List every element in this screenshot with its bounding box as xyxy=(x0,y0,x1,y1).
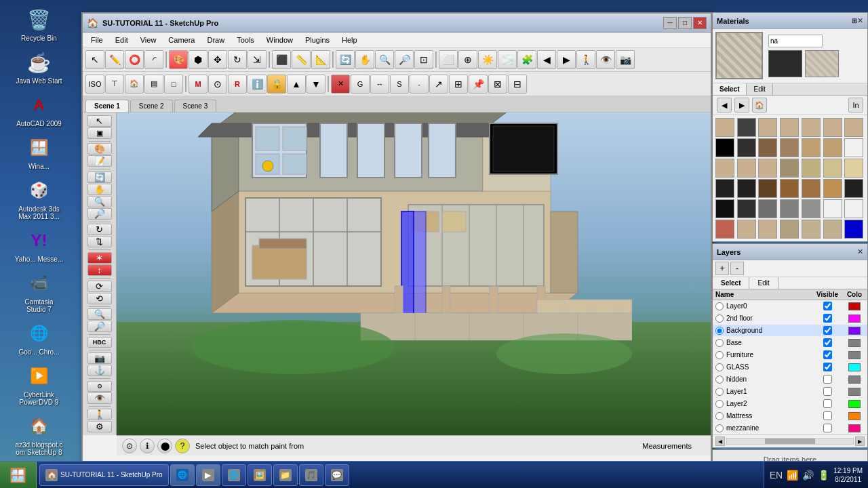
material-cell-2[interactable] xyxy=(758,118,777,137)
tool-walkthrough[interactable]: 🚶 xyxy=(576,50,595,69)
lt-flip[interactable]: ⇅ xyxy=(87,236,112,247)
tool-lock[interactable]: 🔒 xyxy=(267,75,286,94)
material-cell-5[interactable] xyxy=(823,118,842,137)
material-cell-41[interactable] xyxy=(844,220,863,239)
status-icon-1[interactable]: ⊙ xyxy=(122,439,137,453)
lt-settings[interactable]: ⚙ xyxy=(87,421,112,432)
layer-radio-3[interactable] xyxy=(715,339,724,347)
tool-paint[interactable]: 🎨 xyxy=(169,50,188,69)
material-cell-15[interactable] xyxy=(737,159,756,178)
tool-push[interactable]: ⬢ xyxy=(189,50,208,69)
desktop-icon-cyberlink[interactable]: ▶️ CyberLink PowerDVD 9 xyxy=(12,360,66,409)
material-cell-14[interactable] xyxy=(715,159,734,178)
tray-icon-power[interactable]: 🔋 xyxy=(818,470,829,481)
tool-pencil[interactable]: ✏️ xyxy=(105,50,124,69)
lt-zoom-all[interactable]: 🔎 xyxy=(87,321,112,332)
material-cell-32[interactable] xyxy=(802,199,821,218)
material-thumbnail[interactable] xyxy=(715,32,763,79)
tool-flip[interactable]: ↔ xyxy=(370,75,389,94)
material-color-swatch-tex[interactable] xyxy=(805,50,839,77)
desktop-icon-java[interactable]: ☕ Java Web Start xyxy=(12,46,66,87)
tool-mat[interactable]: M xyxy=(189,75,208,94)
menu-window[interactable]: Window xyxy=(261,35,298,45)
materials-panel-icon[interactable]: ⊞ xyxy=(852,17,857,24)
lt-select[interactable]: ↖ xyxy=(87,115,112,127)
taskbar-clock[interactable]: 12:19 PM 8/2/2011 xyxy=(833,466,863,484)
layer-radio-6[interactable] xyxy=(715,375,724,384)
tool-shadows[interactable]: ☀️ xyxy=(478,50,497,69)
layer-color-box-6[interactable] xyxy=(848,375,861,384)
layer-row-mezzanine[interactable]: mezzanine xyxy=(713,422,867,434)
menu-tools[interactable]: Tools xyxy=(231,35,260,45)
mat-nav-detail[interactable]: In xyxy=(848,98,863,113)
desktop-icon-yahoo[interactable]: Y! Yaho... Messe... xyxy=(12,224,66,266)
menu-view[interactable]: View xyxy=(135,35,162,45)
layer-radio-10[interactable] xyxy=(715,424,724,432)
taskbar-item-chrome[interactable]: 🌐 xyxy=(222,464,246,486)
taskbar-item-media[interactable]: ▶ xyxy=(196,464,220,486)
material-cell-17[interactable] xyxy=(780,159,799,178)
tool-tape[interactable]: 📏 xyxy=(292,50,311,69)
tool-group[interactable]: G xyxy=(351,75,370,94)
layer-row-layer2[interactable]: Layer2 xyxy=(713,398,867,410)
tool-compass[interactable]: ⊙ xyxy=(208,75,227,94)
lt-tag[interactable]: ⚙ xyxy=(87,381,112,392)
material-cell-9[interactable] xyxy=(758,138,777,157)
tool-offset[interactable]: ⬛ xyxy=(272,50,291,69)
mat-nav-home[interactable]: 🏠 xyxy=(752,98,767,113)
materials-tab-edit[interactable]: Edit xyxy=(747,83,772,95)
tool-section2[interactable]: □ xyxy=(164,75,183,94)
layer-radio-8[interactable] xyxy=(715,400,724,408)
tool-front[interactable]: 🏠 xyxy=(125,75,144,94)
tool-pan[interactable]: ✋ xyxy=(355,50,374,69)
material-cell-1[interactable] xyxy=(737,118,756,137)
material-cell-6[interactable] xyxy=(844,118,863,137)
layer-visible-6[interactable] xyxy=(823,375,832,384)
tool-solid[interactable]: S xyxy=(390,75,409,94)
tool-camera-prev[interactable]: ◀ xyxy=(537,50,556,69)
desktop-icon-autocad[interactable]: A AutoCAD 2009 xyxy=(12,89,66,130)
scene-tab-3[interactable]: Scene 3 xyxy=(174,100,217,112)
menu-draw[interactable]: Draw xyxy=(201,35,230,45)
tool-x[interactable]: ✕ xyxy=(331,75,350,94)
tool-ruby[interactable]: R xyxy=(228,75,247,94)
layer-visible-4[interactable] xyxy=(823,350,832,359)
menu-file[interactable]: File xyxy=(85,35,108,45)
status-icon-2[interactable]: ℹ xyxy=(140,439,155,453)
tool-move2[interactable]: ↗ xyxy=(429,75,448,94)
layer-visible-8[interactable] xyxy=(823,399,832,408)
lt-spin[interactable]: ⟳ xyxy=(87,281,112,292)
layer-row-glass[interactable]: GLASS xyxy=(713,361,867,373)
menu-camera[interactable]: Camera xyxy=(163,35,200,45)
layer-color-box-5[interactable] xyxy=(848,363,861,371)
tool-move[interactable]: ✥ xyxy=(208,50,227,69)
layer-row-base[interactable]: Base xyxy=(713,337,867,349)
lt-select2[interactable]: ▣ xyxy=(87,127,112,139)
tool-circle[interactable]: ⭕ xyxy=(125,50,144,69)
taskbar-item-app2[interactable]: 📁 xyxy=(273,464,298,486)
mat-nav-back[interactable]: ◀ xyxy=(717,98,732,113)
desktop-icon-camtasia[interactable]: 📹 Camtasia Studio 7 xyxy=(12,267,66,316)
layer-add-button[interactable]: + xyxy=(715,262,729,275)
layer-color-box-8[interactable] xyxy=(848,400,861,408)
tool-align[interactable]: ⊞ xyxy=(449,75,468,94)
layer-row-layer1[interactable]: Layer1 xyxy=(713,386,867,398)
tool-rotate[interactable]: ↻ xyxy=(228,50,247,69)
tool-info[interactable]: ℹ️ xyxy=(248,75,267,94)
tool-place[interactable]: 📌 xyxy=(469,75,488,94)
material-cell-28[interactable] xyxy=(715,199,734,218)
material-cell-22[interactable] xyxy=(737,179,756,198)
layer-radio-4[interactable] xyxy=(715,351,724,359)
desktop-icon-3dsmax[interactable]: 🎲 Autodesk 3ds Max 2011 3... xyxy=(12,174,66,223)
layers-panel-close[interactable]: ✕ xyxy=(857,247,863,256)
layer-visible-0[interactable] xyxy=(823,302,832,310)
layer-color-box-2[interactable] xyxy=(848,327,861,335)
layer-row-background[interactable]: Background xyxy=(713,325,867,337)
tool-scale[interactable]: ⇲ xyxy=(248,50,267,69)
desktop-icon-chrome[interactable]: 🌐 Goo... Chro... xyxy=(12,317,66,359)
desktop-icon-recycle-bin[interactable]: 🗑️ Recycle Bin xyxy=(12,3,66,45)
material-cell-30[interactable] xyxy=(758,199,777,218)
lt-anchor[interactable]: ⚓ xyxy=(87,365,112,376)
material-cell-34[interactable] xyxy=(844,199,863,218)
layers-tab-edit[interactable]: Edit xyxy=(749,277,778,289)
